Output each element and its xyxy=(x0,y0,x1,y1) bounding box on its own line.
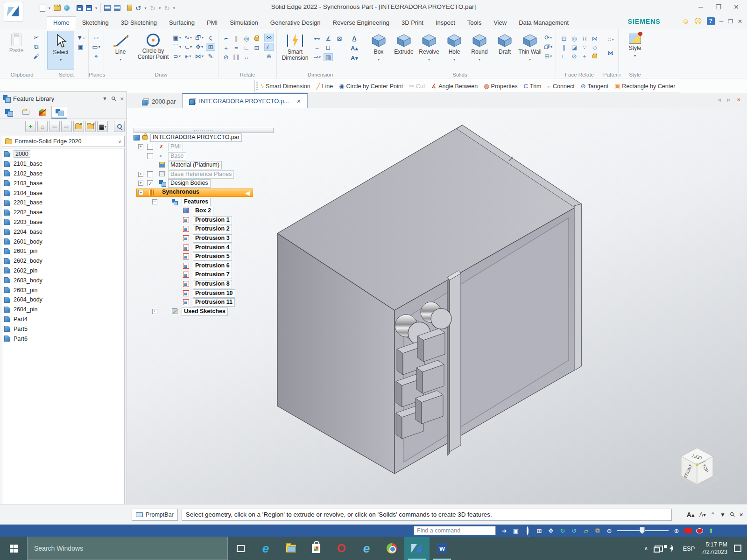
dimension-style-icon[interactable]: ▥ xyxy=(324,53,333,61)
undo-icon[interactable]: ↺ xyxy=(135,5,141,12)
repeat-icon[interactable]: ↻ xyxy=(164,5,170,12)
box-button[interactable]: Box▾ xyxy=(367,31,390,70)
ribbon-tab-surfacing[interactable]: Surfacing xyxy=(163,17,201,29)
select-button[interactable]: Select ▾ xyxy=(47,31,74,70)
library-item[interactable]: 2203_base xyxy=(2,217,124,227)
feedback-happy-icon[interactable]: ☺ xyxy=(682,17,690,26)
prompt-close-icon[interactable]: × xyxy=(739,511,743,518)
expand-icon[interactable]: + xyxy=(152,309,157,314)
library-item[interactable]: Part4 xyxy=(2,315,124,324)
text-larger-icon[interactable]: A▴ xyxy=(350,44,359,52)
start-button[interactable] xyxy=(0,537,27,560)
construction-tool-icon[interactable]: ⫦▾ xyxy=(183,52,193,60)
copy-icon[interactable]: ⧉ xyxy=(32,43,41,51)
checkbox-checked[interactable]: ✓ xyxy=(147,180,153,186)
rotate-icon[interactable]: ↻ xyxy=(559,527,566,534)
find-command-input[interactable]: Find a command xyxy=(414,526,496,535)
library-item[interactable]: 2000 xyxy=(2,149,124,159)
relationship-handles-icon[interactable]: ≢ xyxy=(264,43,274,51)
property-manager-icon[interactable] xyxy=(114,5,120,11)
taskbar-app-chrome[interactable] xyxy=(379,537,404,560)
pathfinder-node-box-2[interactable]: Box 2 xyxy=(134,207,288,216)
tab-sensors[interactable] xyxy=(35,106,50,119)
multi-body-icon[interactable]: 🗇︎▾ xyxy=(543,43,553,51)
coordinate-system-icon[interactable]: ⌖ xyxy=(92,52,101,60)
pathfinder-root[interactable]: INTEGRADORA PROYECTO.par xyxy=(134,133,242,142)
text-smaller-icon[interactable]: A▾ xyxy=(350,54,359,62)
ribbon-tab-inspect[interactable]: Inspect xyxy=(430,17,461,29)
library-item[interactable]: Part5 xyxy=(2,324,124,334)
collapse-icon[interactable]: − xyxy=(152,199,157,204)
round-button[interactable]: Round▾ xyxy=(468,31,491,70)
close-document-icon[interactable] xyxy=(127,5,132,11)
taskbar-search-input[interactable]: Search Windows xyxy=(27,537,228,560)
view-cube[interactable]: LEFT FRONT TOP xyxy=(670,441,722,492)
symmetric-relation-icon[interactable]: ⟦⟧ xyxy=(232,53,241,61)
plane-icon[interactable]: ▱ xyxy=(92,34,101,42)
font-decrease-icon[interactable]: A▾ xyxy=(699,511,706,518)
ribbon-tab-simulation[interactable]: Simulation xyxy=(224,17,264,29)
context-properties[interactable]: ◍Properties xyxy=(484,83,517,90)
delete-dimension-icon[interactable]: ⊠ xyxy=(335,35,344,42)
ribbon-tab-pmi[interactable]: PMI xyxy=(201,17,224,29)
context-smart-dimension[interactable]: ϟSmart Dimension xyxy=(261,83,310,90)
zoom-slider[interactable] xyxy=(617,530,669,531)
ribbon-tab-tools[interactable]: Tools xyxy=(461,17,487,29)
taskbar-app-solid-edge[interactable] xyxy=(404,537,430,560)
context-line[interactable]: ╱Line xyxy=(317,83,333,90)
save-as-icon[interactable] xyxy=(86,5,92,11)
pathfinder-node-protrusion-3[interactable]: Protrusion 3 xyxy=(134,234,288,243)
prompt-bar-label[interactable]: PromptBar xyxy=(132,509,178,521)
parallel-face-icon[interactable]: ∥ xyxy=(559,43,569,51)
arc-tool-icon[interactable]: ⌒▾ xyxy=(172,43,182,51)
context-tangent[interactable]: ⊘Tangent xyxy=(581,83,608,90)
pathfinder-node-design-bodies[interactable]: +✓Design Bodies xyxy=(134,179,288,188)
pathfinder-node-protrusion-10[interactable]: Protrusion 10 xyxy=(134,289,288,298)
tab-layers[interactable] xyxy=(18,106,34,119)
perpendicular-face-icon[interactable]: ∟ xyxy=(559,52,569,60)
freesketch-icon[interactable]: ς xyxy=(206,34,215,42)
panel-collapse-icon[interactable]: ▼ xyxy=(102,96,107,101)
library-item[interactable]: 2601_body xyxy=(2,237,124,246)
concentric-face-icon[interactable]: ◎ xyxy=(569,35,579,42)
checkbox-unchecked[interactable] xyxy=(147,144,153,150)
toolbar-grip[interactable] xyxy=(256,82,258,91)
arc2-tool-icon[interactable]: ⊃▾ xyxy=(172,52,182,60)
horizontal-vertical-relation-icon[interactable]: ＋ xyxy=(221,44,231,52)
pathfinder-node-pmi[interactable]: +✗PMI xyxy=(134,143,288,152)
draft-button[interactable]: Draft xyxy=(493,31,516,70)
zoom-out-icon[interactable]: ⊖ xyxy=(606,527,613,534)
panel-close-icon[interactable]: × xyxy=(120,95,124,102)
network-icon[interactable] xyxy=(655,546,663,552)
line-button[interactable]: Line ▾ xyxy=(107,31,134,70)
pathfinder-node-used-sketches[interactable]: +Used Sketches xyxy=(134,308,288,316)
paste-button[interactable]: Paste xyxy=(3,31,30,70)
symmetric-about-icon[interactable]: ⋈ xyxy=(590,35,600,42)
view-menu-button[interactable]: ▦▾ xyxy=(97,121,108,132)
tangent-face-icon[interactable]: ⊘ xyxy=(569,52,579,60)
search-button[interactable] xyxy=(114,121,125,132)
upload-icon[interactable]: ⬆︎ xyxy=(707,527,715,534)
action-center-icon[interactable] xyxy=(734,545,741,552)
prompt-pin-icon[interactable]: ⚲ xyxy=(728,511,736,518)
expand-icon[interactable]: + xyxy=(138,172,143,177)
taskbar-app-edge[interactable]: e xyxy=(253,537,278,560)
library-item[interactable]: 2104_base xyxy=(2,188,124,198)
library-item[interactable]: 2101_base xyxy=(2,159,124,169)
library-item[interactable]: 2602_body xyxy=(2,256,124,266)
panel-pin-icon[interactable]: ⚲ xyxy=(110,94,118,102)
redo-icon[interactable]: ↻ xyxy=(150,5,156,12)
zoom-in-icon[interactable]: ⊕ xyxy=(673,527,680,534)
pathfinder-node-protrusion-2[interactable]: Protrusion 2 xyxy=(134,225,288,234)
library-folder-select[interactable]: Formato-Solid Edge 2020 ∨ xyxy=(2,136,125,147)
coplanar-face-icon[interactable]: ⊡ xyxy=(559,35,569,42)
pathfinder-node-material-platinum-[interactable]: Material (Platinum) xyxy=(134,161,288,170)
smart-dimension-button[interactable]: Smart Dimension xyxy=(280,31,310,70)
zoom-icon[interactable] xyxy=(524,527,531,534)
pathfinder-node-synchronous[interactable]: ◀−Synchronous xyxy=(134,189,288,197)
symmetry-face-icon[interactable]: ≀≀ xyxy=(579,35,590,42)
grid-snap-icon[interactable]: ⊞ xyxy=(206,43,215,51)
forward-button[interactable]: ⇨ xyxy=(61,121,72,132)
checkbox-unchecked[interactable] xyxy=(147,171,153,177)
distance-between-icon[interactable]: ⊷ xyxy=(312,35,322,42)
